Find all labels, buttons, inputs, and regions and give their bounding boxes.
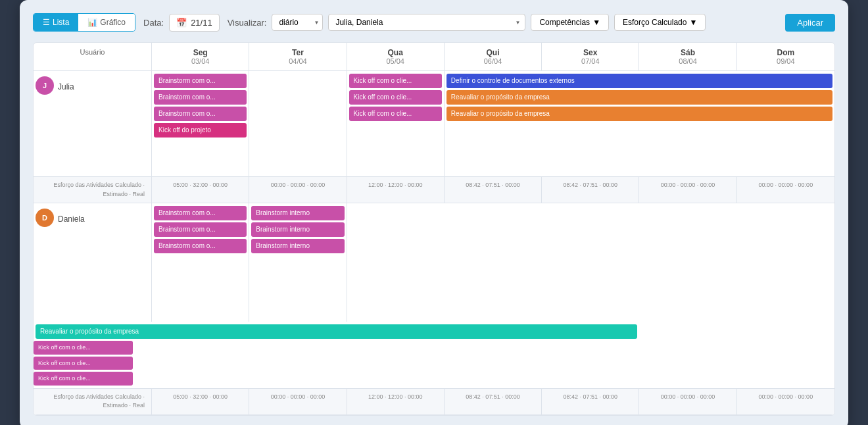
grafico-button[interactable]: 📊 Gráfico <box>78 14 135 31</box>
event-pill[interactable]: Brainstorm com o... <box>154 107 247 121</box>
julia-effort-seg: 05:00 · 32:00 · 00:00 <box>152 177 249 203</box>
toolbar: ☰ Lista 📊 Gráfico Data: 📅 21/11 Visualiz… <box>33 13 835 32</box>
daniela-effort-sab: 00:00 · 00:00 · 00:00 <box>639 389 736 414</box>
event-pill[interactable]: Kick off com o clie... <box>349 74 442 88</box>
julia-spanning-area: Definir o controle de documentos externo… <box>445 71 834 176</box>
daniela-effort-sex: 08:42 · 07:51 · 00:00 <box>542 389 639 414</box>
day-header-seg: Seg 03/04 <box>152 43 249 70</box>
julia-block: J Julia Brainstorm com o... Brainstorm c… <box>34 71 834 203</box>
daniela-effort-row: Esforço das Atividades Calculado ·Estima… <box>34 388 834 414</box>
event-pill[interactable]: Kick off com o clie... <box>349 90 442 105</box>
julia-effort-qui: 08:42 · 07:51 · 00:00 <box>445 177 542 203</box>
daniela-effort-seg: 05:00 · 32:00 · 00:00 <box>152 389 249 414</box>
julia-ter-cell <box>249 71 347 176</box>
daniela-block: D Daniela Brainstorm com o... Brainstorm… <box>34 203 834 415</box>
julia-effort-dom: 00:00 · 00:00 · 00:00 <box>737 177 834 203</box>
daniela-label: D Daniela <box>34 203 152 322</box>
calendar-icon: 📅 <box>176 18 187 28</box>
list-icon: ☰ <box>43 18 50 27</box>
daniela-avatar: D <box>36 209 54 227</box>
date-picker[interactable]: 📅 21/11 <box>169 14 220 32</box>
julia-qua-cell: Kick off com o clie... Kick off com o cl… <box>347 71 445 176</box>
event-brainstorm-interno-3[interactable]: Brainstorm interno <box>251 239 344 253</box>
user-select[interactable]: Julia, Daniela Julia Daniela <box>328 14 525 31</box>
data-label: Data: <box>143 18 164 28</box>
event-kickoff-d1[interactable]: Kick off com o clie... <box>34 341 133 355</box>
esforco-button[interactable]: Esforço Calculado ▼ <box>614 14 706 31</box>
event-definir[interactable]: Definir o controle de documentos externo… <box>446 74 832 88</box>
day-header-sab: Sáb 08/04 <box>639 43 736 70</box>
julia-effort-sex: 08:42 · 07:51 · 00:00 <box>542 177 639 203</box>
aplicar-button[interactable]: Aplicar <box>785 14 835 32</box>
julia-effort-ter: 00:00 · 00:00 · 00:00 <box>249 177 347 203</box>
daniela-effort-qui: 08:42 · 07:51 · 00:00 <box>445 389 542 414</box>
daniela-effort-dom: 00:00 · 00:00 · 00:00 <box>737 389 834 414</box>
effort-label-d: Esforço das Atividades Calculado ·Estima… <box>34 389 152 414</box>
event-pill[interactable]: Brainstorm com o... <box>154 74 247 88</box>
dropdown-icon: ▼ <box>592 18 600 27</box>
julia-name: Julia <box>58 80 74 91</box>
event-brainstorm-interno-2[interactable]: Brainstorm interno <box>251 222 344 237</box>
diario-select-wrap: diário semanal mensal <box>272 14 323 31</box>
day-header-ter: Ter 04/04 <box>249 43 347 70</box>
calendar: Usuário Seg 03/04 Ter 04/04 Qua 05/04 Qu… <box>33 42 835 416</box>
event-pill[interactable]: Brainstorm com o... <box>154 239 247 253</box>
event-reavaliar-daniela[interactable]: Reavaliar o propósito da empresa <box>36 324 637 339</box>
dropdown-icon-2: ▼ <box>689 18 697 27</box>
event-kickoff-d3[interactable]: Kick off com o clie... <box>34 372 133 386</box>
event-pill[interactable]: Kick off com o clie... <box>349 107 442 121</box>
day-header-dom: Dom 09/04 <box>737 43 834 70</box>
event-pill[interactable]: Brainstorm com o... <box>154 90 247 105</box>
event-pill[interactable]: Brainstorm com o... <box>154 222 247 237</box>
day-header-qui: Qui 06/04 <box>445 43 542 70</box>
event-kick-off-projeto[interactable]: Kick off do projeto <box>154 123 247 138</box>
event-reavaliar-1[interactable]: Reavaliar o propósito da empresa <box>446 90 832 105</box>
julia-effort-row: Esforço das Atividades Calculado ·Estima… <box>34 176 834 203</box>
event-reavaliar-2[interactable]: Reavaliar o propósito da empresa <box>446 107 832 121</box>
event-kickoff-d2[interactable]: Kick off com o clie... <box>34 357 133 370</box>
day-header-qua: Qua 05/04 <box>347 43 445 70</box>
julia-seg-cell: Brainstorm com o... Brainstorm com o... … <box>152 71 249 176</box>
julia-avatar: J <box>36 76 54 95</box>
date-value: 21/11 <box>191 18 212 28</box>
daniela-name: Daniela <box>58 212 85 224</box>
event-brainstorm-interno-1[interactable]: Brainstorm interno <box>251 206 344 220</box>
visualizar-label: Visualizar: <box>228 18 267 28</box>
daniela-seg-cell: Brainstorm com o... Brainstorm com o... … <box>152 203 249 322</box>
julia-effort-qua: 12:00 · 12:00 · 00:00 <box>347 177 445 203</box>
event-pill[interactable]: Brainstorm com o... <box>154 206 247 220</box>
julia-label: J Julia <box>34 71 152 176</box>
daniela-effort-qua: 12:00 · 12:00 · 00:00 <box>347 389 445 414</box>
daniela-effort-ter: 00:00 · 00:00 · 00:00 <box>249 389 347 414</box>
calendar-header: Usuário Seg 03/04 Ter 04/04 Qua 05/04 Qu… <box>34 43 834 71</box>
julia-effort-sab: 00:00 · 00:00 · 00:00 <box>639 177 736 203</box>
user-column-header: Usuário <box>34 43 152 70</box>
diario-select[interactable]: diário semanal mensal <box>272 14 323 31</box>
user-select-wrap: Julia, Daniela Julia Daniela <box>328 14 525 31</box>
day-header-sex: Sex 07/04 <box>542 43 639 70</box>
daniela-spanning-area: Reavaliar o propósito da empresa Kick of… <box>34 322 639 388</box>
effort-label: Esforço das Atividades Calculado ·Estima… <box>34 177 152 203</box>
lista-button[interactable]: ☰ Lista <box>34 14 78 31</box>
app-container: ☰ Lista 📊 Gráfico Data: 📅 21/11 Visualiz… <box>20 0 848 425</box>
chart-icon: 📊 <box>87 18 97 27</box>
competencias-button[interactable]: Competências ▼ <box>531 14 609 31</box>
daniela-ter-cell: Brainstorm interno Brainstorm interno Br… <box>249 203 347 322</box>
view-toggle: ☰ Lista 📊 Gráfico <box>33 13 135 32</box>
